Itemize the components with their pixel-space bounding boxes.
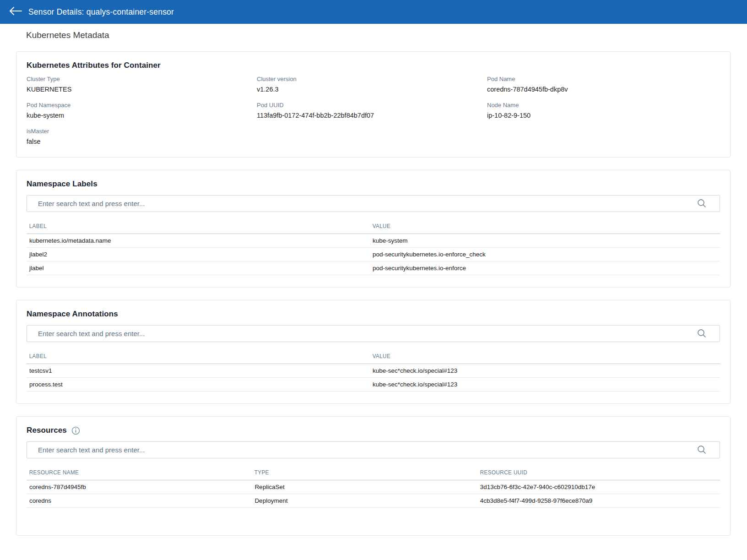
column-header-label: LABEL	[27, 223, 349, 230]
window-title: Sensor Details: qualys-container-sensor	[28, 7, 174, 17]
search-icon[interactable]	[697, 329, 706, 338]
label-cell: jlabel2	[27, 251, 370, 258]
value-cell: kube-sec*check.io/special#123	[370, 367, 720, 374]
arrow-left-icon	[9, 6, 22, 17]
label-cell: process.test	[27, 381, 370, 388]
field-label: Pod UUID	[257, 102, 487, 109]
column-header-resource-name: RESOURCE NAME	[27, 469, 238, 476]
namespace-annotations-card: Namespace Annotations LABEL VALUE testcs…	[16, 300, 731, 404]
label-cell: testcsv1	[27, 367, 370, 374]
table-row: testcsv1 kube-sec*check.io/special#123	[27, 364, 720, 378]
resources-searchbox	[27, 441, 720, 458]
resource-name-cell: coredns-787d4945fb	[27, 484, 252, 490]
column-header-type: TYPE	[252, 469, 464, 476]
field-value: false	[27, 138, 257, 145]
namespace-annotations-searchbox	[27, 325, 720, 342]
page-title: Kubernetes Metadata	[26, 30, 747, 40]
field-value: v1.26.3	[257, 86, 487, 93]
field-pod-namespace: Pod Namespace kube-system	[27, 102, 257, 119]
uuid-cell: 4cb3d8e5-f4f7-499d-9258-97f6ece870a9	[477, 497, 720, 504]
namespace-labels-title: Namespace Labels	[27, 179, 97, 189]
column-header-value: VALUE	[370, 223, 699, 230]
field-cluster-type: Cluster Type KUBERNETES	[27, 76, 257, 93]
table-row: process.test kube-sec*check.io/special#1…	[27, 378, 720, 391]
resources-title: Resources	[27, 426, 67, 435]
field-label: isMaster	[27, 128, 257, 135]
back-button[interactable]	[7, 4, 24, 20]
field-is-master: isMaster false	[27, 128, 257, 145]
column-header-value: VALUE	[370, 353, 699, 360]
type-cell: ReplicaSet	[252, 484, 477, 490]
attributes-card-title: Kubernetes Attributes for Container	[27, 61, 161, 70]
attributes-grid: Cluster Type KUBERNETES Cluster version …	[27, 76, 720, 145]
table-header-row: LABEL VALUE	[27, 349, 720, 364]
field-value: 113fa9fb-0172-474f-bb2b-22bf84b7df07	[257, 112, 487, 119]
top-header-bar: Sensor Details: qualys-container-sensor	[0, 0, 747, 24]
uuid-cell: 3d13cb76-6f3c-42e7-940c-c602910db17e	[477, 484, 720, 490]
field-node-name: Node Name ip-10-82-9-150	[487, 102, 720, 119]
resources-table: RESOURCE NAME TYPE RESOURCE UUID coredns…	[27, 466, 720, 508]
resource-name-cell: coredns	[27, 497, 252, 504]
field-label: Node Name	[487, 102, 720, 109]
value-cell: kube-system	[370, 237, 720, 244]
column-header-label: LABEL	[27, 353, 349, 360]
attributes-card: Kubernetes Attributes for Container Clus…	[16, 51, 731, 158]
label-cell: kubernetes.io/metadata.name	[27, 237, 370, 244]
field-label: Cluster version	[257, 76, 487, 82]
field-value: coredns-787d4945fb-dkp8v	[487, 86, 720, 93]
value-cell: kube-sec*check.io/special#123	[370, 381, 720, 388]
value-cell: pod-securitykubernetes.io-enforce_check	[370, 251, 720, 258]
field-value: KUBERNETES	[27, 86, 257, 93]
table-row: jlabel pod-securitykubernetes.io-enforce	[27, 261, 720, 275]
namespace-labels-card: Namespace Labels LABEL VALUE kubernetes.…	[16, 170, 731, 288]
namespace-labels-table: LABEL VALUE kubernetes.io/metadata.name …	[27, 219, 720, 275]
field-pod-name: Pod Name coredns-787d4945fb-dkp8v	[487, 76, 720, 93]
table-row: coredns Deployment 4cb3d8e5-f4f7-499d-92…	[27, 494, 720, 508]
field-cluster-version: Cluster version v1.26.3	[257, 76, 487, 93]
table-header-row: LABEL VALUE	[27, 219, 720, 234]
type-cell: Deployment	[252, 497, 477, 504]
search-icon[interactable]	[697, 445, 706, 454]
namespace-labels-search-input[interactable]	[27, 195, 720, 212]
table-row: jlabel2 pod-securitykubernetes.io-enforc…	[27, 248, 720, 261]
namespace-annotations-title: Namespace Annotations	[27, 310, 118, 319]
value-cell: pod-securitykubernetes.io-enforce	[370, 265, 720, 272]
namespace-labels-searchbox	[27, 195, 720, 212]
namespace-annotations-search-input[interactable]	[27, 325, 720, 342]
info-icon[interactable]	[71, 426, 80, 435]
namespace-annotations-table: LABEL VALUE testcsv1 kube-sec*check.io/s…	[27, 349, 720, 391]
search-icon[interactable]	[697, 199, 706, 208]
table-row: kubernetes.io/metadata.name kube-system	[27, 234, 720, 248]
field-label: Cluster Type	[27, 76, 257, 82]
field-value: kube-system	[27, 112, 257, 119]
field-label: Pod Namespace	[27, 102, 257, 109]
table-header-row: RESOURCE NAME TYPE RESOURCE UUID	[27, 466, 720, 480]
label-cell: jlabel	[27, 265, 370, 272]
table-row: coredns-787d4945fb ReplicaSet 3d13cb76-6…	[27, 480, 720, 494]
field-label: Pod Name	[487, 76, 720, 82]
resources-search-input[interactable]	[27, 441, 720, 458]
field-value: ip-10-82-9-150	[487, 112, 720, 119]
resources-card: Resources RESOURCE NAME TYPE RESOURCE UU…	[16, 416, 731, 536]
column-header-resource-uuid: RESOURCE UUID	[477, 469, 705, 476]
field-pod-uuid: Pod UUID 113fa9fb-0172-474f-bb2b-22bf84b…	[257, 102, 487, 119]
